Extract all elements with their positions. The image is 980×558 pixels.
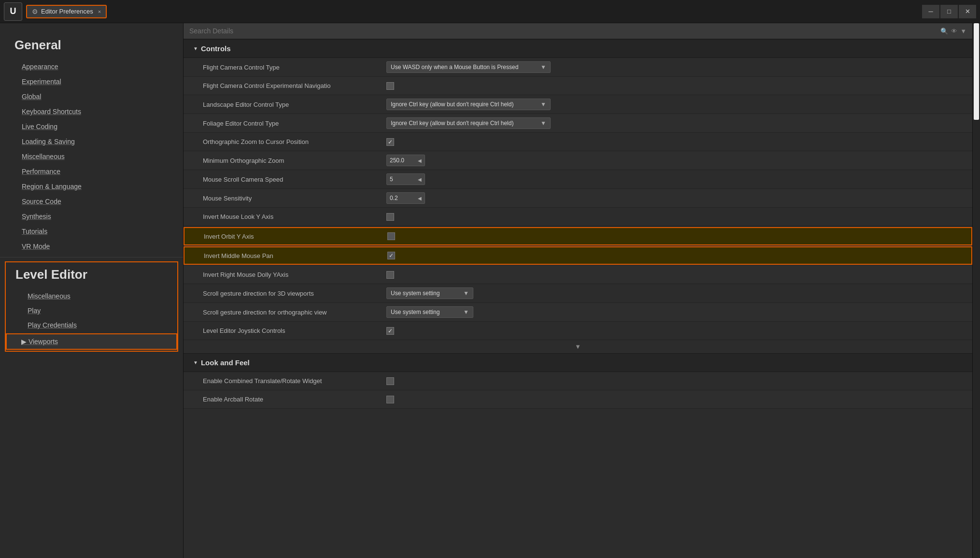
settings-row-2: Landscape Editor Control TypeIgnore Ctrl… xyxy=(184,95,972,114)
row-value-1 xyxy=(386,82,963,90)
tab-label: Editor Preferences xyxy=(41,8,93,15)
laf-row-1: Enable Arcball Rotate xyxy=(184,390,972,409)
sidebar-item-miscellaneous[interactable]: Miscellaneous xyxy=(0,149,183,164)
level-editor-title: Level Editor xyxy=(6,262,177,289)
checkbox-4[interactable] xyxy=(386,138,394,146)
row-label-1: Flight Camera Control Experimental Navig… xyxy=(203,82,386,89)
editor-preferences-tab[interactable]: ⚙ Editor Preferences × xyxy=(26,5,107,18)
number-input-6[interactable]: 5◀ xyxy=(386,173,425,185)
minimize-button[interactable]: ─ xyxy=(922,5,939,18)
dropdown-3[interactable]: Ignore Ctrl key (allow but don't require… xyxy=(386,117,551,129)
laf-label-1: Enable Arcball Rotate xyxy=(203,396,386,403)
row-value-0: Use WASD only when a Mouse Button is Pre… xyxy=(386,61,963,73)
checkbox-8[interactable] xyxy=(386,213,394,221)
look-feel-arrow: ▼ xyxy=(193,360,198,365)
row-label-3: Foliage Editor Control Type xyxy=(203,120,386,127)
main-area: General AppearanceExperimentalGlobalKeyb… xyxy=(0,23,980,558)
row-label-10: Invert Middle Mouse Pan xyxy=(204,252,387,259)
laf-value-1 xyxy=(386,396,963,403)
row-label-13: Scroll gesture direction for orthographi… xyxy=(203,309,386,316)
checkbox-14[interactable] xyxy=(386,327,394,335)
scrollbar-thumb xyxy=(974,23,979,120)
eye-icon[interactable]: 👁 xyxy=(951,28,957,35)
content-panel: 🔍 👁 ▼ ▼ Controls Flight Camera Control T… xyxy=(184,23,972,558)
row-value-5: 250.0◀ xyxy=(386,155,963,166)
settings-row-6: Mouse Scroll Camera Speed5◀ xyxy=(184,170,972,189)
vertical-scrollbar[interactable] xyxy=(972,23,980,558)
controls-section-header[interactable]: ▼ Controls xyxy=(184,39,972,58)
laf-checkbox-1[interactable] xyxy=(386,396,394,403)
look-feel-rows: Enable Combined Translate/Rotate WidgetE… xyxy=(184,372,972,409)
row-label-12: Scroll gesture direction for 3D viewport… xyxy=(203,290,386,297)
tab-icon: ⚙ xyxy=(32,8,38,15)
settings-row-3: Foliage Editor Control TypeIgnore Ctrl k… xyxy=(184,114,972,133)
viewports-label: ▶ Viewports xyxy=(21,338,58,345)
close-button[interactable]: ✕ xyxy=(959,5,976,18)
settings-area: ▼ Controls Flight Camera Control TypeUse… xyxy=(184,39,972,558)
sidebar-item-synthesis[interactable]: Synthesis xyxy=(0,209,183,224)
settings-row-7: Mouse Sensitivity0.2◀ xyxy=(184,189,972,208)
settings-row-12: Scroll gesture direction for 3D viewport… xyxy=(184,284,972,303)
sidebar: General AppearanceExperimentalGlobalKeyb… xyxy=(0,23,184,558)
search-bar: 🔍 👁 ▼ xyxy=(184,23,972,39)
level-editor-section: Level Editor MiscellaneousPlayPlay Crede… xyxy=(5,261,178,352)
dropdown-small-12[interactable]: Use system setting▼ xyxy=(386,287,473,299)
search-icon[interactable]: 🔍 xyxy=(940,28,948,35)
general-items-list: AppearanceExperimentalGlobalKeyboard Sho… xyxy=(0,59,183,254)
settings-row-5: Minimum Orthographic Zoom250.0◀ xyxy=(184,151,972,170)
row-value-4 xyxy=(386,138,963,146)
sidebar-item-live-coding[interactable]: Live Coding xyxy=(0,119,183,134)
level-editor-item-play[interactable]: Play xyxy=(6,303,177,318)
sidebar-divider xyxy=(0,257,183,258)
number-input-7[interactable]: 0.2◀ xyxy=(386,192,425,204)
sidebar-item-performance[interactable]: Performance xyxy=(0,164,183,179)
search-icons: 🔍 👁 ▼ xyxy=(940,28,966,35)
title-bar: U ⚙ Editor Preferences × ─ □ ✕ xyxy=(0,0,980,23)
row-value-2: Ignore Ctrl key (allow but don't require… xyxy=(386,99,963,110)
sidebar-item-experimental[interactable]: Experimental xyxy=(0,74,183,89)
general-section-title: General xyxy=(0,33,183,59)
sidebar-item-tutorials[interactable]: Tutorials xyxy=(0,224,183,239)
row-label-4: Orthographic Zoom to Cursor Position xyxy=(203,138,386,145)
row-label-5: Minimum Orthographic Zoom xyxy=(203,157,386,164)
dropdown-0[interactable]: Use WASD only when a Mouse Button is Pre… xyxy=(386,61,551,73)
checkbox-1[interactable] xyxy=(386,82,394,90)
row-value-9 xyxy=(387,232,962,240)
viewports-item[interactable]: ▶ Viewports xyxy=(6,333,177,350)
settings-row-8: Invert Mouse Look Y Axis xyxy=(184,208,972,226)
row-label-9: Invert Orbit Y Axis xyxy=(204,233,387,240)
laf-checkbox-0[interactable] xyxy=(386,377,394,385)
laf-value-0 xyxy=(386,377,963,385)
row-value-13: Use system setting▼ xyxy=(386,306,963,318)
title-bar-left: U ⚙ Editor Preferences × xyxy=(4,2,107,21)
tab-close-button[interactable]: × xyxy=(98,9,101,14)
sidebar-item-vr-mode[interactable]: VR Mode xyxy=(0,239,183,254)
sidebar-item-loading---saving[interactable]: Loading & Saving xyxy=(0,134,183,149)
sidebar-item-source-code[interactable]: Source Code xyxy=(0,194,183,209)
checkbox-9[interactable] xyxy=(387,232,395,240)
title-bar-right: ─ □ ✕ xyxy=(922,5,976,18)
number-input-5[interactable]: 250.0◀ xyxy=(386,155,425,166)
settings-row-10: Invert Middle Mouse Pan xyxy=(184,246,972,265)
sidebar-item-region---language[interactable]: Region & Language xyxy=(0,179,183,194)
row-value-14 xyxy=(386,327,963,335)
settings-row-11: Invert Right Mouse Dolly YAxis xyxy=(184,266,972,284)
sidebar-item-keyboard-shortcuts[interactable]: Keyboard Shortcuts xyxy=(0,104,183,119)
dropdown-small-13[interactable]: Use system setting▼ xyxy=(386,306,473,318)
level-editor-item-play-credentials[interactable]: Play Credentials xyxy=(6,318,177,332)
checkbox-10[interactable] xyxy=(387,252,395,259)
look-and-feel-section-header[interactable]: ▼ Look and Feel xyxy=(184,353,972,372)
controls-arrow: ▼ xyxy=(193,46,198,51)
checkbox-11[interactable] xyxy=(386,271,394,279)
search-input[interactable] xyxy=(189,27,937,35)
level-editor-item-miscellaneous[interactable]: Miscellaneous xyxy=(6,289,177,303)
dropdown-2[interactable]: Ignore Ctrl key (allow but don't require… xyxy=(386,99,551,110)
settings-row-1: Flight Camera Control Experimental Navig… xyxy=(184,77,972,95)
sidebar-item-global[interactable]: Global xyxy=(0,89,183,104)
controls-rows: Flight Camera Control TypeUse WASD only … xyxy=(184,58,972,340)
settings-row-13: Scroll gesture direction for orthographi… xyxy=(184,303,972,322)
dropdown-icon[interactable]: ▼ xyxy=(960,28,966,35)
maximize-button[interactable]: □ xyxy=(940,5,958,18)
sidebar-item-appearance[interactable]: Appearance xyxy=(0,59,183,74)
ue-logo: U xyxy=(4,2,22,21)
